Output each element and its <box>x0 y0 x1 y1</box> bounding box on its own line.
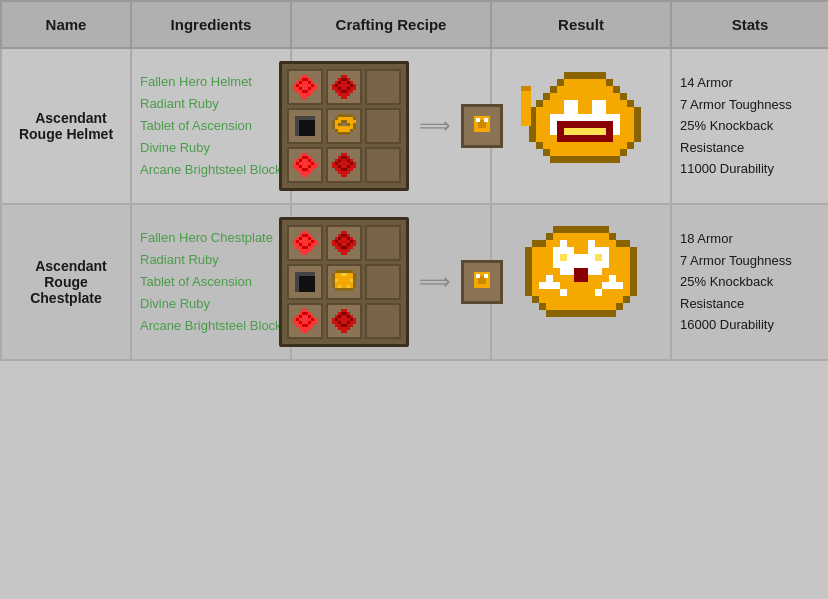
ruby2-sprite <box>330 151 358 179</box>
result-image-cell-1 <box>491 48 671 204</box>
grid-cell <box>287 225 323 261</box>
header-result: Result <box>491 1 671 48</box>
stat-line: 7 Armor Toughness <box>680 250 820 271</box>
grid-cell <box>326 264 362 300</box>
grid-cell-empty <box>365 225 401 261</box>
grid-cell-empty <box>365 147 401 183</box>
ruby-sprite-2 <box>330 229 358 257</box>
grid-cell <box>287 69 323 105</box>
header-recipe: Crafting Recipe <box>291 1 491 48</box>
ruby3-sprite <box>330 307 358 335</box>
crafting-result-icon-2 <box>461 260 503 304</box>
grid-cell <box>326 147 362 183</box>
main-table: Name Ingredients Crafting Recipe Result … <box>0 0 828 361</box>
ingredient-3: Tablet of Ascension <box>140 115 282 137</box>
result-display-1 <box>500 66 662 186</box>
header-name: Name <box>1 1 131 48</box>
item-name-cell-2: Ascendant Rouge Chestplate <box>1 204 131 360</box>
ingredient-5: Arcane Brightsteel Block <box>140 159 282 181</box>
header-stats: Stats <box>671 1 828 48</box>
table-row: Ascendant Rouge Chestplate Fallen Hero C… <box>1 204 828 360</box>
result-image-cell-2 <box>491 204 671 360</box>
stat-line: 7 Armor Toughness <box>680 94 820 115</box>
grid-cell-empty <box>365 303 401 339</box>
ingredient-4: Divine Ruby <box>140 137 282 159</box>
stats-cell-1: 14 Armor 7 Armor Toughness 25% Knockback… <box>671 48 828 204</box>
gem2-sprite <box>291 151 319 179</box>
crafting-result-icon <box>461 104 503 148</box>
gem-sprite <box>291 73 319 101</box>
stats-cell-2: 18 Armor 7 Armor Toughness 25% Knockback… <box>671 204 828 360</box>
grid-cell <box>287 264 323 300</box>
ingredient-1: Fallen Hero Helmet <box>140 71 282 93</box>
ingredients-list-2: Fallen Hero Chestplate Radiant Ruby Tabl… <box>140 227 282 337</box>
stat-line: 18 Armor <box>680 228 820 249</box>
stats-text-2: 18 Armor 7 Armor Toughness 25% Knockback… <box>680 228 820 335</box>
result-display-2 <box>500 222 662 342</box>
stat-line: 16000 Durability <box>680 314 820 335</box>
stat-line: 11000 Durability <box>680 158 820 179</box>
stats-text-1: 14 Armor 7 Armor Toughness 25% Knockback… <box>680 72 820 179</box>
gem3-sprite <box>291 307 319 335</box>
helmet-sprite <box>330 112 358 140</box>
ingredient-2: Radiant Ruby <box>140 93 282 115</box>
dark-item-sprite-2 <box>291 268 319 296</box>
grid-cell <box>326 303 362 339</box>
crafting-grid-2 <box>279 217 409 347</box>
ingredients-cell-2: Fallen Hero Chestplate Radiant Ruby Tabl… <box>131 204 291 360</box>
item-name: Ascendant Rouge Helmet <box>19 110 113 142</box>
crafting-grid-1 <box>279 61 409 191</box>
crafting-arrow-2: ⟹ <box>419 269 451 295</box>
grid-cell-empty <box>365 264 401 300</box>
table-row: Ascendant Rouge Helmet Fallen Hero Helme… <box>1 48 828 204</box>
ingredient-3: Tablet of Ascension <box>140 271 282 293</box>
header-ingredients: Ingredients <box>131 1 291 48</box>
ingredient-4: Divine Ruby <box>140 293 282 315</box>
result-item-sprite <box>464 108 500 144</box>
grid-cell <box>287 108 323 144</box>
stat-line: 25% Knockback Resistance <box>680 271 820 314</box>
ingredient-1: Fallen Hero Chestplate <box>140 227 282 249</box>
grid-cell <box>287 303 323 339</box>
crafting-arrow: ⟹ <box>419 113 451 139</box>
gem-sprite-2 <box>291 229 319 257</box>
grid-cell <box>326 69 362 105</box>
grid-cell <box>326 225 362 261</box>
ingredient-2: Radiant Ruby <box>140 249 282 271</box>
chest-result-image <box>521 222 641 342</box>
item-name-2: Ascendant Rouge Chestplate <box>25 258 107 306</box>
ingredients-cell: Fallen Hero Helmet Radiant Ruby Tablet o… <box>131 48 291 204</box>
grid-cell-empty <box>365 69 401 105</box>
result-item-sprite-2 <box>464 264 500 300</box>
crafting-container-1: ⟹ <box>300 61 482 191</box>
recipe-cell-1: ⟹ <box>291 48 491 204</box>
ingredient-5: Arcane Brightsteel Block <box>140 315 282 337</box>
crafting-container-2: ⟹ <box>300 217 482 347</box>
grid-cell-empty <box>365 108 401 144</box>
helmet-result-image <box>521 66 641 186</box>
stat-line: 25% Knockback Resistance <box>680 115 820 158</box>
dark-item-sprite <box>291 112 319 140</box>
recipe-cell-2: ⟹ <box>291 204 491 360</box>
grid-cell <box>326 108 362 144</box>
chest-sprite <box>330 268 358 296</box>
ingredients-list: Fallen Hero Helmet Radiant Ruby Tablet o… <box>140 71 282 181</box>
grid-cell <box>287 147 323 183</box>
ruby-sprite <box>330 73 358 101</box>
item-name-cell: Ascendant Rouge Helmet <box>1 48 131 204</box>
stat-line: 14 Armor <box>680 72 820 93</box>
